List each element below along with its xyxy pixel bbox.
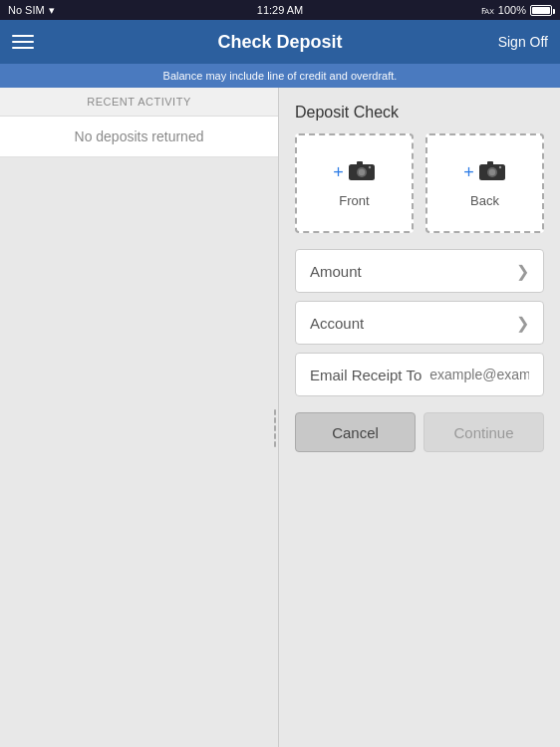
svg-point-2 bbox=[359, 168, 365, 174]
back-camera-icon bbox=[478, 159, 506, 187]
camera-cards: + Front + bbox=[295, 133, 544, 233]
hamburger-line bbox=[12, 35, 34, 37]
scroll-indicator bbox=[272, 398, 278, 458]
bluetooth-icon: ℻ bbox=[481, 4, 494, 17]
wifi-icon: ▾ bbox=[49, 4, 55, 17]
status-left: No SIM ▾ bbox=[8, 4, 55, 17]
amount-field[interactable]: Amount ❯ bbox=[295, 249, 544, 293]
sign-off-button[interactable]: Sign Off bbox=[498, 34, 548, 50]
no-deposits-text: No deposits returned bbox=[0, 117, 278, 157]
svg-rect-8 bbox=[487, 161, 493, 165]
svg-point-9 bbox=[499, 165, 501, 167]
back-card[interactable]: + Back bbox=[425, 133, 544, 233]
hamburger-line bbox=[12, 41, 34, 43]
hamburger-line bbox=[12, 47, 34, 49]
front-card-icon-wrap: + bbox=[333, 159, 376, 187]
front-plus-icon: + bbox=[333, 162, 344, 183]
carrier-text: No SIM bbox=[8, 4, 45, 16]
scroll-dot bbox=[274, 441, 276, 447]
deposit-check-title: Deposit Check bbox=[295, 104, 544, 122]
main-content: RECENT ACTIVITY No deposits returned Dep… bbox=[0, 88, 560, 747]
page-title: Check Deposit bbox=[217, 32, 342, 53]
account-field[interactable]: Account ❯ bbox=[295, 301, 544, 345]
battery-icon bbox=[530, 5, 552, 16]
front-camera-icon bbox=[348, 159, 376, 187]
nav-bar: Check Deposit Sign Off bbox=[0, 20, 560, 64]
svg-rect-3 bbox=[357, 161, 363, 165]
amount-chevron-icon: ❯ bbox=[516, 262, 529, 281]
account-chevron-icon: ❯ bbox=[516, 314, 529, 333]
front-card-label: Front bbox=[339, 193, 369, 208]
svg-point-4 bbox=[369, 165, 371, 167]
button-row: Cancel Continue bbox=[295, 412, 544, 452]
left-panel: RECENT ACTIVITY No deposits returned bbox=[0, 88, 279, 747]
back-plus-icon: + bbox=[463, 162, 474, 183]
email-input[interactable] bbox=[429, 367, 529, 382]
continue-button[interactable]: Continue bbox=[423, 412, 544, 452]
status-bar: No SIM ▾ 11:29 AM ℻ 100% bbox=[0, 0, 560, 20]
email-label: Email Receipt To bbox=[310, 367, 421, 383]
account-label: Account bbox=[310, 315, 364, 332]
subtitle-text: Balance may include line of credit and o… bbox=[163, 70, 398, 82]
email-field: Email Receipt To bbox=[295, 353, 544, 396]
right-panel: Deposit Check + bbox=[279, 88, 560, 747]
hamburger-menu[interactable] bbox=[12, 35, 34, 49]
svg-point-7 bbox=[489, 168, 495, 174]
amount-label: Amount bbox=[310, 263, 362, 280]
status-time: 11:29 AM bbox=[257, 4, 303, 16]
front-card[interactable]: + Front bbox=[295, 133, 414, 233]
scroll-dot bbox=[274, 433, 276, 439]
subtitle-bar: Balance may include line of credit and o… bbox=[0, 64, 560, 88]
back-card-icon-wrap: + bbox=[463, 159, 506, 187]
back-card-label: Back bbox=[470, 193, 499, 208]
scroll-dot bbox=[274, 409, 276, 415]
scroll-dot bbox=[274, 425, 276, 431]
battery-text: 100% bbox=[498, 4, 526, 16]
cancel-button[interactable]: Cancel bbox=[295, 412, 416, 452]
status-right: ℻ 100% bbox=[481, 4, 552, 17]
recent-activity-header: RECENT ACTIVITY bbox=[0, 88, 278, 117]
scroll-dot bbox=[274, 417, 276, 423]
